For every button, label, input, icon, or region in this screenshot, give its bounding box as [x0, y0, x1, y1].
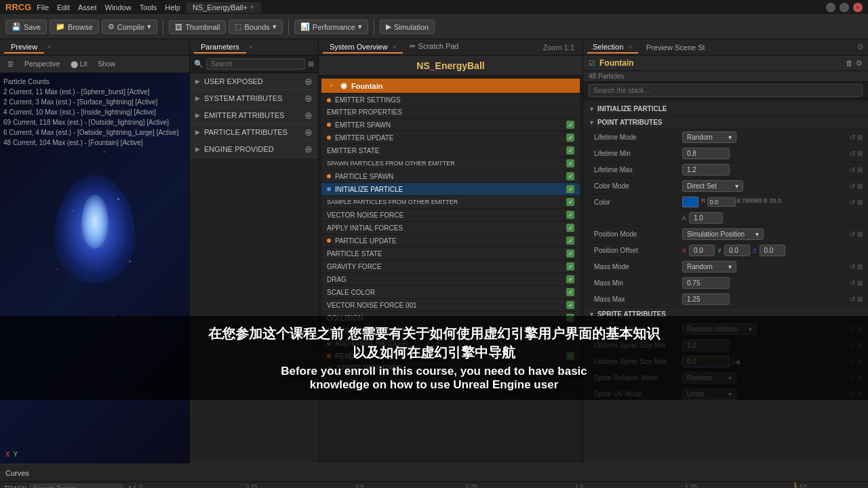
emitter-item-init-particle[interactable]: INITIALIZE PARTICLE ✓: [321, 183, 580, 196]
menu-window[interactable]: Window: [105, 3, 132, 12]
mass-max-input[interactable]: [682, 293, 730, 305]
z-offset-input[interactable]: [760, 245, 785, 256]
reset-icon[interactable]: ↺: [850, 390, 855, 398]
checkbox-icon[interactable]: ✓: [566, 146, 574, 155]
checkbox-icon[interactable]: ✓: [566, 288, 574, 296]
menu-tools[interactable]: Tools: [140, 3, 157, 12]
color-mode-dropdown[interactable]: Direct Set ▾: [682, 180, 743, 192]
emitter-item-spawn[interactable]: EMITTER SPAWN ✓: [321, 119, 580, 131]
alpha-input[interactable]: [689, 212, 723, 224]
emitter-item-vector-noise-001[interactable]: VECTOR NOISE FORCE 001 ✓: [321, 299, 580, 312]
emitter-item-scale-color[interactable]: SCALE COLOR ✓: [321, 286, 580, 299]
bind-icon[interactable]: ⊞: [857, 134, 863, 141]
x-offset-input[interactable]: [689, 245, 715, 256]
reset-icon[interactable]: ↺: [850, 182, 855, 190]
section-emitter-attributes[interactable]: ▶ EMITTER ATTRIBUTES ⊕: [190, 107, 318, 124]
lifetime-min-input[interactable]: [682, 148, 730, 159]
sprite-max-input[interactable]: [682, 356, 730, 367]
bind-icon[interactable]: ⊞: [857, 358, 863, 365]
simulation-button[interactable]: ▶ Simulation: [380, 20, 435, 34]
mass-min-input[interactable]: [682, 277, 730, 289]
bind-icon[interactable]: ⊞: [857, 199, 863, 206]
emitter-item-particle-spawn[interactable]: PARTICLE SPAWN ✓: [321, 170, 580, 183]
emitter-item-solve-forces[interactable]: SOLVE FORCES AND VELOCITY ✓: [321, 325, 580, 338]
emitter-item-sample-other[interactable]: SAMPLE PARTICLES FROM OTHER EMITTER ✓: [321, 196, 580, 209]
tab-preview-scene[interactable]: Preview Scene St: [641, 42, 711, 53]
bounds-button[interactable]: ⬚ Bounds ▾: [229, 20, 282, 34]
checkbox-icon[interactable]: ✓: [566, 224, 574, 232]
add-param-button[interactable]: ⊕: [304, 144, 313, 155]
reset-icon[interactable]: ↺: [850, 325, 855, 333]
editor-tab[interactable]: NS_EnergyBall+ ×: [186, 2, 261, 13]
reset-icon[interactable]: ↺: [850, 342, 855, 349]
add-param-button[interactable]: ⊕: [304, 93, 313, 104]
tab-preview[interactable]: Preview: [4, 41, 44, 54]
timeline-playhead[interactable]: [795, 482, 795, 488]
reset-icon[interactable]: ↺: [850, 150, 855, 157]
performance-dropdown-icon[interactable]: ▾: [358, 22, 362, 31]
reset-icon[interactable]: ↺: [850, 374, 855, 382]
checkbox-icon[interactable]: ✓: [566, 237, 574, 245]
tab-selection[interactable]: Selection ×: [587, 41, 638, 54]
section-point-attributes[interactable]: ▼ POINT ATTRIBUTES: [583, 116, 868, 129]
emitter-item-update[interactable]: EMITTER UPDATE ✓: [321, 131, 580, 144]
params-close-icon[interactable]: ×: [249, 43, 253, 51]
viewport-menu-icon[interactable]: ☰: [4, 59, 17, 69]
preview-close-icon[interactable]: ×: [47, 43, 51, 51]
checkbox-icon[interactable]: ✓: [566, 262, 574, 270]
emitter-item-particle-update[interactable]: PARTICLE UPDATE ✓: [321, 235, 580, 247]
selection-tab-close-icon[interactable]: ×: [628, 43, 632, 51]
checkbox-icon[interactable]: ✓: [566, 314, 574, 322]
checkbox-icon[interactable]: ✓: [566, 249, 574, 258]
checkbox-icon[interactable]: ✓: [566, 198, 574, 206]
menu-help[interactable]: Help: [165, 3, 180, 12]
tab-scratch-pad[interactable]: ✏ Scratch Pad: [403, 41, 465, 54]
show-button[interactable]: Show: [95, 59, 119, 69]
bind-icon[interactable]: ⊞: [857, 263, 863, 270]
save-button[interactable]: 💾 Save: [5, 20, 47, 34]
reset-icon[interactable]: ↺: [850, 358, 855, 365]
compile-dropdown-icon[interactable]: ▾: [147, 22, 151, 31]
bind-icon[interactable]: ⊞: [857, 374, 863, 382]
menu-asset[interactable]: Asset: [78, 3, 97, 12]
trash-icon[interactable]: 🗑: [846, 59, 853, 68]
emitter-item-spawn-other[interactable]: SPAWN PARTICLES FROM OTHER EMITTER ✓: [321, 157, 580, 170]
emitter-item-gravity[interactable]: GRAVITY FORCE ✓: [321, 260, 580, 273]
reset-icon[interactable]: ↺: [850, 166, 855, 174]
performance-button[interactable]: 📊 Performance ▾: [294, 20, 368, 34]
bind-icon[interactable]: ⊞: [857, 182, 863, 190]
tab-parameters[interactable]: Parameters: [194, 41, 246, 54]
sprite-rotation-mode-dropdown[interactable]: Random ▾: [682, 372, 736, 384]
add-param-button[interactable]: ⊕: [304, 127, 313, 138]
emitter-item-particle-state[interactable]: PARTICLE STATE ✓: [321, 247, 580, 260]
bind-icon[interactable]: ⊞: [857, 279, 863, 287]
checkbox-icon[interactable]: ✓: [566, 211, 574, 219]
bind-icon[interactable]: ⊞: [857, 150, 863, 157]
bind-icon[interactable]: ⊞: [857, 390, 863, 398]
emitter-item-collision[interactable]: COLLISION ✓: [321, 312, 580, 325]
checkbox-icon[interactable]: ✓: [566, 121, 574, 129]
sprite-min-input[interactable]: [682, 340, 730, 351]
r-input[interactable]: [707, 197, 736, 207]
sprite-size-mode-dropdown[interactable]: Random Uniform ▾: [682, 323, 757, 335]
emitter-item-properties[interactable]: EMITTER PROPERTIES: [321, 106, 580, 119]
maximize-button[interactable]: □: [840, 3, 849, 12]
curves-timeline-area[interactable]: 0 0.25 0.5 0.75 1.0 1.25 1.52 Fountain: [136, 482, 868, 488]
checkbox-emitter[interactable]: ☑: [589, 59, 595, 68]
checkbox-icon[interactable]: ✓: [566, 172, 574, 180]
position-mode-dropdown[interactable]: Simulation Position ▾: [682, 228, 764, 240]
section-sprite-attributes[interactable]: ▼ SPRITE ATTRIBUTES: [583, 308, 868, 321]
checkbox-icon[interactable]: ✓: [566, 134, 574, 142]
reset-icon[interactable]: ↺: [850, 134, 855, 141]
reset-icon[interactable]: ↺: [850, 296, 855, 303]
reset-icon[interactable]: ↺: [850, 230, 855, 238]
emitter-item-state[interactable]: EMITTER STATE ✓: [321, 144, 580, 157]
y-offset-input[interactable]: [724, 245, 750, 256]
emitter-item-drag[interactable]: DRAG ✓: [321, 273, 580, 286]
section-particle-attributes[interactable]: ▶ PARTICLE ATTRIBUTES ⊕: [190, 124, 318, 141]
section-user-exposed[interactable]: ▶ USER EXPOSED ⊕: [190, 73, 318, 90]
settings-icon[interactable]: ⚙: [857, 43, 864, 52]
menu-edit[interactable]: Edit: [57, 3, 70, 12]
section-engine-provided[interactable]: ▶ ENGINE PROVIDED ⊕: [190, 141, 318, 158]
minimize-button[interactable]: —: [826, 3, 835, 12]
